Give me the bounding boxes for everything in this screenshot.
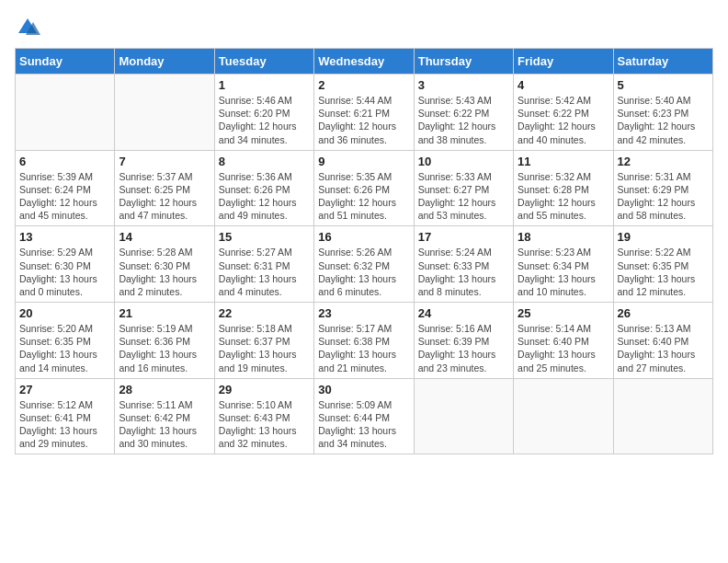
day-number: 16 — [318, 230, 409, 244]
day-number: 17 — [418, 230, 509, 244]
day-of-week-header: Tuesday — [214, 49, 313, 75]
day-of-week-header: Saturday — [613, 49, 712, 75]
calendar-cell: 10Sunrise: 5:33 AMSunset: 6:27 PMDayligh… — [414, 150, 513, 226]
calendar-cell: 3Sunrise: 5:43 AMSunset: 6:22 PMDaylight… — [414, 75, 513, 151]
page-header — [15, 15, 713, 40]
calendar-table: SundayMondayTuesdayWednesdayThursdayFrid… — [15, 48, 713, 454]
day-info: Sunrise: 5:39 AMSunset: 6:24 PMDaylight:… — [19, 170, 110, 223]
calendar-cell: 28Sunrise: 5:11 AMSunset: 6:42 PMDayligh… — [115, 378, 214, 454]
calendar-cell: 2Sunrise: 5:44 AMSunset: 6:21 PMDaylight… — [314, 75, 414, 151]
day-of-week-header: Sunday — [16, 49, 115, 75]
day-number: 2 — [318, 78, 409, 92]
calendar-cell: 11Sunrise: 5:32 AMSunset: 6:28 PMDayligh… — [514, 150, 613, 226]
day-number: 22 — [219, 306, 310, 320]
day-number: 13 — [19, 230, 110, 244]
day-info: Sunrise: 5:16 AMSunset: 6:39 PMDaylight:… — [418, 322, 509, 374]
calendar-week-row: 6Sunrise: 5:39 AMSunset: 6:24 PMDaylight… — [16, 150, 713, 226]
day-info: Sunrise: 5:19 AMSunset: 6:36 PMDaylight:… — [119, 322, 210, 374]
day-number: 7 — [119, 155, 210, 168]
calendar-cell: 25Sunrise: 5:14 AMSunset: 6:40 PMDayligh… — [514, 303, 613, 379]
calendar-cell: 18Sunrise: 5:23 AMSunset: 6:34 PMDayligh… — [514, 226, 613, 303]
day-number: 5 — [618, 78, 709, 92]
calendar-week-row: 27Sunrise: 5:12 AMSunset: 6:41 PMDayligh… — [16, 378, 713, 454]
day-number: 14 — [119, 230, 210, 244]
day-number: 29 — [219, 383, 310, 396]
day-info: Sunrise: 5:31 AMSunset: 6:29 PMDaylight:… — [618, 170, 709, 223]
day-info: Sunrise: 5:29 AMSunset: 6:30 PMDaylight:… — [19, 246, 110, 298]
calendar-cell: 8Sunrise: 5:36 AMSunset: 6:26 PMDaylight… — [214, 150, 313, 226]
day-info: Sunrise: 5:44 AMSunset: 6:21 PMDaylight:… — [318, 94, 409, 146]
calendar-cell — [414, 378, 513, 454]
day-info: Sunrise: 5:26 AMSunset: 6:32 PMDaylight:… — [318, 246, 409, 298]
calendar-cell: 9Sunrise: 5:35 AMSunset: 6:26 PMDaylight… — [314, 150, 414, 226]
day-info: Sunrise: 5:17 AMSunset: 6:38 PMDaylight:… — [318, 322, 409, 374]
day-of-week-header: Monday — [115, 49, 214, 75]
calendar-cell: 1Sunrise: 5:46 AMSunset: 6:20 PMDaylight… — [214, 75, 313, 151]
day-info: Sunrise: 5:42 AMSunset: 6:22 PMDaylight:… — [518, 94, 609, 146]
calendar-cell: 12Sunrise: 5:31 AMSunset: 6:29 PMDayligh… — [613, 150, 712, 226]
calendar-cell: 20Sunrise: 5:20 AMSunset: 6:35 PMDayligh… — [16, 303, 115, 379]
day-info: Sunrise: 5:11 AMSunset: 6:42 PMDaylight:… — [119, 398, 210, 451]
day-number: 9 — [318, 155, 409, 168]
day-number: 18 — [518, 230, 609, 244]
day-number: 8 — [219, 155, 310, 168]
day-of-week-header: Wednesday — [314, 49, 414, 75]
calendar-cell: 23Sunrise: 5:17 AMSunset: 6:38 PMDayligh… — [314, 303, 414, 379]
day-number: 12 — [618, 155, 709, 168]
logo — [15, 15, 44, 40]
day-info: Sunrise: 5:12 AMSunset: 6:41 PMDaylight:… — [19, 398, 110, 451]
day-info: Sunrise: 5:27 AMSunset: 6:31 PMDaylight:… — [219, 246, 310, 298]
day-number: 4 — [518, 78, 609, 92]
day-number: 20 — [19, 306, 110, 320]
day-info: Sunrise: 5:23 AMSunset: 6:34 PMDaylight:… — [518, 246, 609, 298]
day-number: 6 — [19, 155, 110, 168]
days-header-row: SundayMondayTuesdayWednesdayThursdayFrid… — [16, 49, 713, 75]
day-number: 23 — [318, 306, 409, 320]
day-number: 21 — [119, 306, 210, 320]
day-info: Sunrise: 5:46 AMSunset: 6:20 PMDaylight:… — [219, 94, 310, 146]
calendar-cell: 7Sunrise: 5:37 AMSunset: 6:25 PMDaylight… — [115, 150, 214, 226]
calendar-cell: 19Sunrise: 5:22 AMSunset: 6:35 PMDayligh… — [613, 226, 712, 303]
calendar-cell: 29Sunrise: 5:10 AMSunset: 6:43 PMDayligh… — [214, 378, 313, 454]
calendar-cell: 5Sunrise: 5:40 AMSunset: 6:23 PMDaylight… — [613, 75, 712, 151]
day-number: 1 — [219, 78, 310, 92]
calendar-cell — [613, 378, 712, 454]
day-info: Sunrise: 5:35 AMSunset: 6:26 PMDaylight:… — [318, 170, 409, 223]
calendar-cell: 22Sunrise: 5:18 AMSunset: 6:37 PMDayligh… — [214, 303, 313, 379]
calendar-cell: 21Sunrise: 5:19 AMSunset: 6:36 PMDayligh… — [115, 303, 214, 379]
day-info: Sunrise: 5:14 AMSunset: 6:40 PMDaylight:… — [518, 322, 609, 374]
day-number: 15 — [219, 230, 310, 244]
calendar-cell: 26Sunrise: 5:13 AMSunset: 6:40 PMDayligh… — [613, 303, 712, 379]
day-info: Sunrise: 5:40 AMSunset: 6:23 PMDaylight:… — [618, 94, 709, 146]
calendar-cell — [16, 75, 115, 151]
day-info: Sunrise: 5:28 AMSunset: 6:30 PMDaylight:… — [119, 246, 210, 298]
day-info: Sunrise: 5:10 AMSunset: 6:43 PMDaylight:… — [219, 398, 310, 451]
calendar-cell: 24Sunrise: 5:16 AMSunset: 6:39 PMDayligh… — [414, 303, 513, 379]
calendar-cell: 6Sunrise: 5:39 AMSunset: 6:24 PMDaylight… — [16, 150, 115, 226]
day-number: 25 — [518, 306, 609, 320]
calendar-week-row: 1Sunrise: 5:46 AMSunset: 6:20 PMDaylight… — [16, 75, 713, 151]
calendar-cell: 30Sunrise: 5:09 AMSunset: 6:44 PMDayligh… — [314, 378, 414, 454]
day-info: Sunrise: 5:09 AMSunset: 6:44 PMDaylight:… — [318, 398, 409, 451]
day-info: Sunrise: 5:37 AMSunset: 6:25 PMDaylight:… — [119, 170, 210, 223]
calendar-cell: 27Sunrise: 5:12 AMSunset: 6:41 PMDayligh… — [16, 378, 115, 454]
day-info: Sunrise: 5:20 AMSunset: 6:35 PMDaylight:… — [19, 322, 110, 374]
calendar-week-row: 13Sunrise: 5:29 AMSunset: 6:30 PMDayligh… — [16, 226, 713, 303]
day-info: Sunrise: 5:18 AMSunset: 6:37 PMDaylight:… — [219, 322, 310, 374]
day-number: 26 — [618, 306, 709, 320]
day-number: 11 — [518, 155, 609, 168]
day-number: 19 — [618, 230, 709, 244]
calendar-cell: 14Sunrise: 5:28 AMSunset: 6:30 PMDayligh… — [115, 226, 214, 303]
day-info: Sunrise: 5:36 AMSunset: 6:26 PMDaylight:… — [219, 170, 310, 223]
day-number: 27 — [19, 383, 110, 396]
day-info: Sunrise: 5:13 AMSunset: 6:40 PMDaylight:… — [618, 322, 709, 374]
day-of-week-header: Thursday — [414, 49, 513, 75]
day-info: Sunrise: 5:32 AMSunset: 6:28 PMDaylight:… — [518, 170, 609, 223]
calendar-cell: 4Sunrise: 5:42 AMSunset: 6:22 PMDaylight… — [514, 75, 613, 151]
day-number: 3 — [418, 78, 509, 92]
day-info: Sunrise: 5:43 AMSunset: 6:22 PMDaylight:… — [418, 94, 509, 146]
day-of-week-header: Friday — [514, 49, 613, 75]
day-number: 28 — [119, 383, 210, 396]
day-info: Sunrise: 5:22 AMSunset: 6:35 PMDaylight:… — [618, 246, 709, 298]
calendar-cell: 15Sunrise: 5:27 AMSunset: 6:31 PMDayligh… — [214, 226, 313, 303]
